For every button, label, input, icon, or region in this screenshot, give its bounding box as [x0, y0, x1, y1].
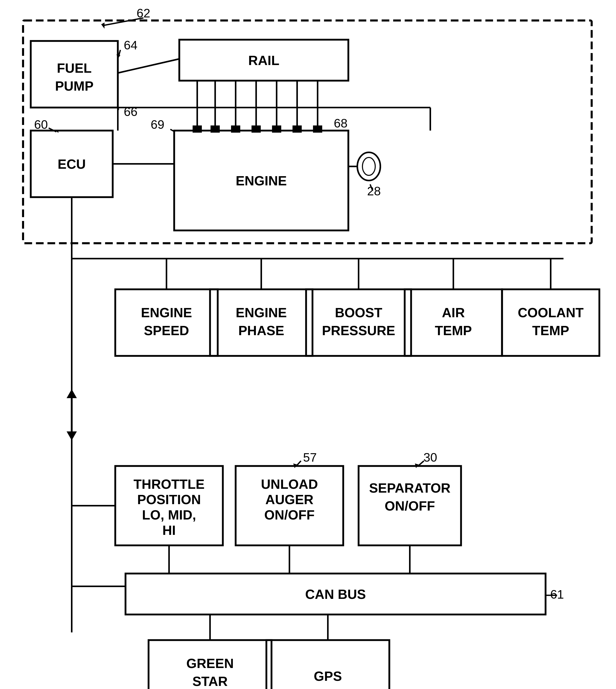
boost-pressure-label: BOOST — [335, 305, 382, 320]
unload-auger-label2: AUGER — [265, 492, 313, 507]
throttle-position-label: THROTTLE — [133, 477, 204, 492]
separator-label2: ON/OFF — [385, 498, 435, 513]
can-bus-label: CAN BUS — [305, 587, 366, 602]
engine-label: ENGINE — [236, 173, 287, 188]
svg-rect-19 — [251, 126, 261, 133]
coolant-temp-label2: TEMP — [532, 323, 569, 338]
fuel-pump-label2: PUMP — [55, 79, 93, 93]
svg-rect-17 — [211, 126, 220, 133]
coolant-temp-label: COOLANT — [518, 305, 584, 320]
svg-rect-0 — [23, 21, 592, 243]
svg-rect-45 — [502, 289, 599, 356]
svg-marker-2 — [101, 23, 105, 29]
unload-auger-label3: ON/OFF — [264, 508, 314, 522]
svg-rect-18 — [231, 126, 240, 133]
svg-rect-16 — [193, 126, 202, 133]
ref-61: 61 — [550, 587, 564, 601]
svg-rect-44 — [405, 289, 502, 356]
svg-line-1 — [103, 18, 144, 26]
fuel-pump-label: FUEL — [57, 61, 92, 75]
air-temp-label2: TEMP — [435, 323, 472, 338]
ref-60: 60 — [34, 118, 48, 131]
svg-line-8 — [118, 59, 179, 73]
engine-phase-label: ENGINE — [236, 305, 287, 320]
engine-phase-label2: PHASE — [238, 323, 284, 338]
ref-28: 28 — [367, 184, 381, 198]
svg-rect-43 — [306, 289, 411, 356]
green-star-label2: STAR — [192, 674, 228, 689]
svg-rect-42 — [210, 289, 312, 356]
system-diagram: 62 FUEL PUMP 64 66 RAIL — [0, 0, 616, 689]
throttle-position-label2: POSITION — [137, 492, 201, 507]
ref-64: 64 — [124, 38, 137, 52]
green-star-label: GREEN — [186, 656, 234, 671]
svg-point-30 — [362, 157, 375, 175]
ref-57: 57 — [303, 451, 316, 464]
ecu-label: ECU — [58, 157, 86, 172]
svg-rect-20 — [272, 126, 281, 133]
svg-rect-21 — [292, 126, 302, 133]
rail-label: RAIL — [248, 53, 279, 68]
separator-label: SEPARATOR — [369, 481, 450, 495]
throttle-position-label3: LO, MID, — [142, 508, 196, 522]
boost-pressure-label2: PRESSURE — [322, 323, 395, 338]
unload-auger-label: UNLOAD — [261, 477, 318, 492]
svg-point-29 — [357, 152, 380, 180]
engine-speed-label: ENGINE — [141, 305, 192, 320]
throttle-position-label4: HI — [162, 523, 176, 538]
ref-62: 62 — [136, 6, 150, 20]
ref-68: 68 — [334, 116, 347, 130]
ref-30: 30 — [423, 451, 437, 464]
svg-rect-22 — [313, 126, 322, 133]
air-temp-label: AIR — [442, 305, 465, 320]
ref-69: 69 — [151, 118, 164, 131]
gps-label: GPS — [314, 669, 342, 684]
svg-rect-41 — [115, 289, 218, 356]
engine-speed-label2: SPEED — [144, 323, 189, 338]
